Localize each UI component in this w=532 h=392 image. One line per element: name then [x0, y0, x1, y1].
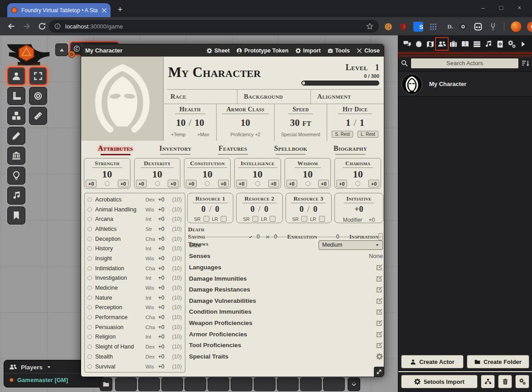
skill-proficiency-radio[interactable]	[87, 325, 92, 330]
browser-tab[interactable]: Foundry Virtual Tabletop • A Stan	[7, 3, 111, 17]
skill-proficiency-radio[interactable]	[87, 246, 92, 251]
special-movement-label[interactable]: Special Movement	[281, 132, 320, 137]
skill-proficiency-radio[interactable]	[87, 266, 92, 271]
skill-name[interactable]: Arcana	[95, 216, 145, 222]
extension-icon[interactable]	[488, 22, 498, 32]
skill-name[interactable]: Religion	[95, 334, 145, 340]
extension-icon[interactable]	[383, 22, 393, 32]
ability-save-mod[interactable]: +0	[186, 180, 197, 187]
skill-proficiency-radio[interactable]	[87, 364, 92, 369]
resource-value[interactable]: 0	[251, 205, 255, 214]
skill-name[interactable]: Acrobatics	[95, 196, 145, 203]
skill-proficiency-radio[interactable]	[87, 315, 92, 320]
back-button[interactable]	[7, 22, 15, 30]
extension-icon[interactable]	[473, 22, 483, 32]
ability-proficiency-radio[interactable]	[105, 181, 110, 186]
forward-button[interactable]	[23, 22, 31, 30]
skill-proficiency-radio[interactable]	[87, 335, 92, 339]
skill-proficiency-radio[interactable]	[87, 227, 92, 231]
skill-row[interactable]: Athletics Str +0 (10)	[87, 224, 182, 234]
chat-tab[interactable]	[401, 38, 412, 49]
skill-row[interactable]: Arcana Int +0 (10)	[87, 214, 182, 224]
browser-update-button[interactable]	[527, 22, 532, 32]
window-header-button[interactable]: Sheet	[207, 48, 230, 54]
actor-avatar[interactable]	[401, 74, 422, 95]
select-tool[interactable]	[29, 67, 47, 85]
bookmark-star-icon[interactable]	[366, 23, 373, 30]
resource-label[interactable]: Resource 1	[193, 195, 228, 203]
actor-list-item[interactable]: My Character	[398, 72, 532, 97]
token-tool[interactable]	[7, 67, 25, 85]
5etools-import-button[interactable]: 5etools Import	[401, 375, 478, 388]
site-info-icon[interactable]	[54, 23, 61, 29]
detail-field[interactable]: Race	[164, 90, 237, 104]
sound-tool[interactable]	[7, 186, 25, 205]
ability-score[interactable]: 10	[135, 168, 180, 180]
edit-icon[interactable]	[376, 342, 383, 349]
extension-icon[interactable]: S	[413, 22, 423, 32]
ability-score[interactable]: 10	[235, 168, 281, 180]
hotbar-page-button[interactable]	[348, 378, 360, 391]
journal-tab[interactable]	[459, 38, 470, 49]
ability-save-mod[interactable]: +0	[136, 180, 147, 187]
hp-temp-label[interactable]: +Temp	[171, 132, 186, 137]
skill-name[interactable]: Sleight of Hand	[95, 344, 145, 350]
resource-value[interactable]: 0	[202, 205, 206, 214]
tab-close-icon[interactable]	[102, 8, 107, 13]
skill-row[interactable]: Perception Wis +0 (10)	[87, 303, 182, 313]
skill-row[interactable]: Intimidation Cha +0 (10)	[87, 263, 182, 273]
long-rest-button[interactable]: L. Rest	[358, 131, 378, 138]
ability-score[interactable]: 10	[335, 168, 381, 180]
edit-icon[interactable]	[376, 297, 383, 304]
level-value[interactable]: 1	[375, 63, 379, 72]
macro-slot[interactable]	[231, 378, 252, 391]
actor-name[interactable]: My Character	[429, 81, 466, 87]
speed-value[interactable]: 30 ft	[290, 117, 311, 129]
settings-button[interactable]	[515, 375, 529, 388]
skill-proficiency-radio[interactable]	[87, 207, 92, 212]
extension-icon[interactable]	[398, 22, 408, 32]
hp-current[interactable]: 10	[176, 117, 186, 129]
ability-score[interactable]: 10	[84, 168, 130, 180]
skill-proficiency-radio[interactable]	[87, 344, 92, 349]
trait-select[interactable]: Medium	[319, 240, 383, 250]
skill-row[interactable]: Stealth Dex +0 (10)	[87, 352, 182, 362]
edit-icon[interactable]	[376, 320, 383, 326]
skill-row[interactable]: Nature Int +0 (10)	[87, 293, 182, 303]
nav-collapse-button[interactable]	[55, 43, 68, 56]
macro-folder-button[interactable]	[100, 378, 112, 391]
sheet-tab[interactable]: Inventory	[158, 144, 193, 155]
window-header-button[interactable]: Prototype Token	[237, 48, 289, 54]
skill-row[interactable]: Sleight of Hand Dex +0 (10)	[87, 342, 182, 352]
window-maximize-button[interactable]: □	[492, 4, 510, 11]
macro-slot[interactable]	[208, 378, 229, 391]
reload-button[interactable]	[38, 22, 46, 30]
window-close-button[interactable]: ×	[510, 4, 528, 11]
skill-name[interactable]: Performance	[95, 314, 145, 320]
lr-checkbox[interactable]	[319, 216, 325, 222]
skill-name[interactable]: Persuasion	[95, 324, 145, 330]
sheet-tab[interactable]: Features	[216, 144, 250, 155]
extension-icon[interactable]	[428, 22, 438, 32]
hp-tempmax-label[interactable]: +Max	[197, 132, 209, 137]
edit-icon[interactable]	[376, 264, 383, 271]
xp-text[interactable]: 0 / 300	[301, 73, 379, 79]
window-header-button[interactable]: Tools	[328, 48, 350, 54]
skill-row[interactable]: Religion Int +0 (10)	[87, 332, 182, 342]
skill-name[interactable]: Intimidation	[95, 265, 145, 272]
extension-icon[interactable]	[458, 22, 468, 32]
skill-row[interactable]: Medicine Wis +0 (10)	[87, 283, 182, 293]
ability-check-mod[interactable]: +0	[318, 180, 329, 187]
ability-proficiency-radio[interactable]	[155, 181, 160, 186]
skill-name[interactable]: Animal Handling	[95, 206, 145, 213]
skill-name[interactable]: Perception	[95, 304, 145, 311]
skill-row[interactable]: Performance Cha +0 (10)	[87, 312, 182, 322]
notes-tool[interactable]	[7, 206, 25, 225]
dice-tool[interactable]	[7, 107, 25, 125]
window-header-button[interactable]: Import	[295, 48, 321, 54]
resource-label[interactable]: Resource 2	[242, 195, 277, 203]
character-name-input[interactable]: My Character	[168, 62, 261, 86]
macro-slot[interactable]	[300, 378, 322, 391]
skill-row[interactable]: Insight Wis +0 (10)	[87, 253, 182, 263]
sr-checkbox[interactable]	[301, 216, 307, 222]
